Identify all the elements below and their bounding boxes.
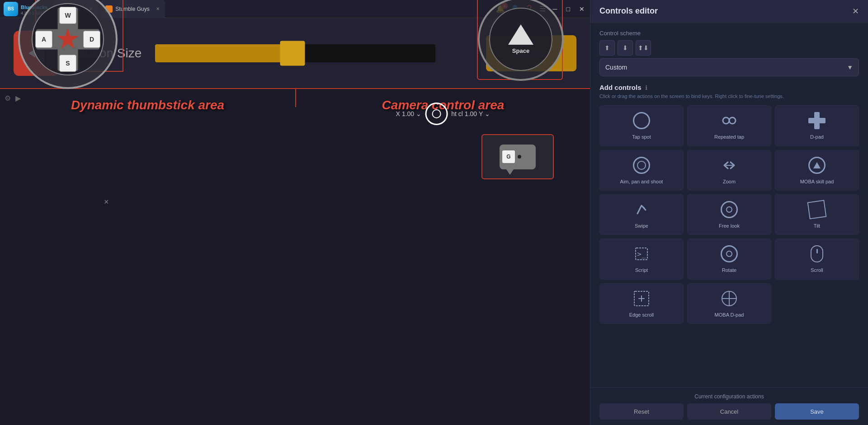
- scheme-selected-value: Custom: [605, 64, 847, 71]
- control-free-look[interactable]: Free look: [687, 194, 771, 235]
- repeated-tap-label: Repeated tap: [714, 134, 744, 140]
- crosshair-area: X 1.00 ⌄ ht cl 1.00 Y ⌄: [396, 103, 491, 125]
- control-aim-pan-shoot[interactable]: Aim, pan and shoot: [599, 150, 684, 191]
- tab-stumble-close[interactable]: ✕: [156, 6, 160, 11]
- add-controls-description: Click or drag the actions on the screen …: [599, 93, 859, 100]
- scheme-icon-btn-1[interactable]: ⬆: [599, 40, 615, 56]
- dpad-right-key[interactable]: D: [83, 31, 100, 48]
- y-value: 1.00: [465, 110, 477, 117]
- tap-spot-icon: [632, 111, 651, 130]
- x-value: 1.00: [402, 110, 414, 117]
- dpad-up-key[interactable]: W: [59, 7, 76, 24]
- x-label: X: [396, 110, 400, 117]
- dpad-inner: W A D S: [32, 3, 104, 75]
- control-scroll[interactable]: Scroll: [775, 238, 859, 279]
- aim-pan-shoot-icon: [632, 156, 651, 175]
- slider-thumb[interactable]: [280, 41, 305, 65]
- button-size-slider[interactable]: [155, 44, 435, 62]
- y-label: Y: [479, 110, 483, 117]
- play-areas: Dynamic thumbstick area × W A D: [0, 88, 590, 107]
- panel-footer: Current configuration actions Reset Canc…: [590, 388, 868, 425]
- space-button-outer: Space: [478, 0, 564, 81]
- swipe-icon: [632, 200, 651, 219]
- x-down-arrow: ⌄: [416, 110, 421, 117]
- footer-reset-button[interactable]: Reset: [599, 403, 684, 420]
- crosshair-circle[interactable]: [425, 103, 448, 125]
- control-tilt[interactable]: Tilt: [775, 194, 859, 235]
- controls-editor-panel: Controls editor ✕ Control scheme ⬆ ⬇ ⬆⬇ …: [590, 0, 868, 425]
- control-moba-dpad[interactable]: MOBA D-pad: [687, 283, 771, 324]
- chat-bubble: G: [500, 145, 536, 169]
- add-controls-header: Add controls ℹ: [599, 84, 859, 91]
- button-size-area: Button Size: [77, 44, 468, 62]
- control-edge-scroll[interactable]: Edge scroll: [599, 283, 684, 324]
- free-look-icon: [720, 200, 739, 219]
- maximize-button[interactable]: □: [565, 5, 572, 13]
- chat-tail: [506, 169, 514, 175]
- tab-stumble-guys-label: Stumble Guys: [115, 6, 149, 12]
- controls-grid: Tap spot Repeated tap: [599, 105, 859, 323]
- tilt-label: Tilt: [814, 223, 820, 229]
- svg-point-1: [729, 117, 736, 124]
- control-scheme-section: Control scheme ⬆ ⬇ ⬆⬇ Custom ▼: [599, 30, 859, 76]
- footer-cancel-button[interactable]: Cancel: [687, 403, 771, 420]
- bottom-icons: ⚙ ▶: [5, 94, 21, 103]
- close-button[interactable]: ✕: [577, 5, 586, 13]
- add-controls-title: Add controls: [599, 84, 642, 91]
- resize-icon[interactable]: ▶: [15, 94, 21, 103]
- control-dpad[interactable]: D-pad: [775, 105, 859, 146]
- camera-control-area: Camera control area X 1.00 ⌄ ht cl 1.00 …: [296, 89, 590, 107]
- space-button-container[interactable]: Space: [477, 0, 563, 80]
- control-repeated-tap[interactable]: Repeated tap: [687, 105, 771, 146]
- aim-pan-shoot-label: Aim, pan and shoot: [620, 178, 663, 185]
- tilt-icon: [807, 200, 826, 219]
- free-look-label: Free look: [719, 223, 740, 229]
- y-coord: ht cl 1.00 Y ⌄: [451, 110, 490, 117]
- panel-close-button[interactable]: ✕: [852, 6, 859, 16]
- scroll-label: Scroll: [811, 267, 823, 273]
- zoom-icon: [720, 156, 739, 175]
- panel-body: Control scheme ⬆ ⬇ ⬆⬇ Custom ▼ Add contr…: [590, 23, 868, 388]
- settings-icon[interactable]: ⚙: [5, 94, 11, 103]
- space-triangle-icon: [508, 24, 533, 45]
- edge-scroll-icon: [632, 289, 651, 308]
- dpad-left-key[interactable]: A: [35, 31, 52, 48]
- repeated-tap-icon: [720, 111, 739, 130]
- scheme-icon-btn-2[interactable]: ⬇: [618, 40, 633, 56]
- dpad-container[interactable]: W A D S: [18, 0, 118, 89]
- control-script[interactable]: >_ Script: [599, 238, 684, 279]
- scroll-icon: [807, 244, 826, 263]
- dpad-down-key[interactable]: S: [59, 55, 76, 72]
- moba-dpad-icon: [720, 289, 739, 308]
- tap-spot-label: Tap spot: [632, 134, 651, 140]
- chat-bubble-container[interactable]: G: [481, 134, 554, 179]
- ht-cl-label: ht cl: [451, 110, 463, 117]
- space-button-inner: Space: [489, 8, 552, 71]
- control-scheme-dropdown[interactable]: Custom ▼: [599, 58, 859, 76]
- dpad-icon: [807, 111, 826, 130]
- control-swipe[interactable]: Swipe: [599, 194, 684, 235]
- y-down-arrow: ⌄: [485, 110, 490, 117]
- scheme-dropdown-arrow: ▼: [847, 64, 853, 71]
- control-moba-skill-pad[interactable]: MOBA skill pad: [775, 150, 859, 191]
- svg-text:>_: >_: [637, 250, 646, 258]
- script-icon: >_: [632, 244, 651, 263]
- control-rotate[interactable]: Rotate: [687, 238, 771, 279]
- dpad-cross: W A D S: [36, 8, 99, 71]
- dpad-label: D-pad: [810, 134, 824, 140]
- control-zoom[interactable]: Zoom: [687, 150, 771, 191]
- rotate-label: Rotate: [722, 267, 736, 273]
- swipe-label: Swipe: [635, 223, 648, 229]
- dpad-outer: W A D S: [18, 0, 118, 89]
- chat-g-key: G: [502, 150, 515, 163]
- scheme-icon-btn-3[interactable]: ⬆⬇: [636, 40, 651, 56]
- moba-skill-pad-icon: [807, 156, 826, 175]
- control-tap-spot[interactable]: Tap spot: [599, 105, 684, 146]
- game-content: Button Size Reset Dynamic thumbstick are…: [0, 18, 590, 425]
- footer-save-button[interactable]: Save: [775, 403, 859, 420]
- bluestacks-icon: BS: [4, 2, 18, 16]
- chat-dot: [518, 155, 521, 159]
- space-key-label: Space: [512, 47, 529, 54]
- info-icon[interactable]: ℹ: [645, 84, 647, 91]
- x-coord: X 1.00 ⌄: [396, 110, 422, 117]
